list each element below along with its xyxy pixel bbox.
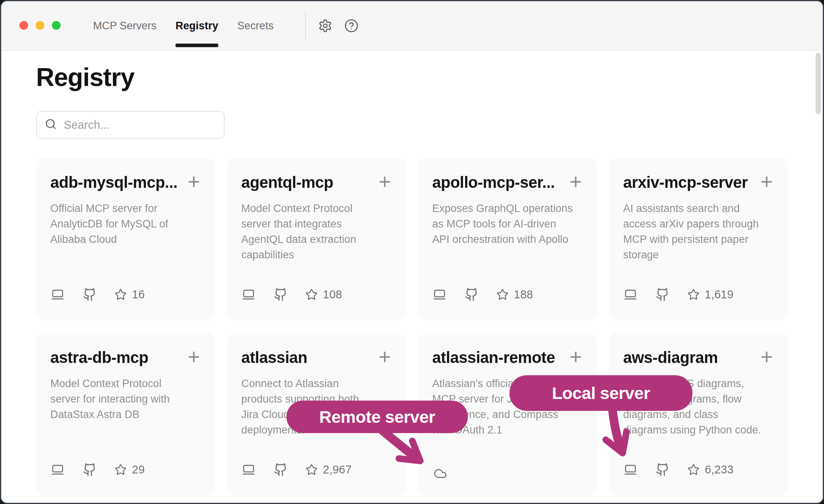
server-name: atlassian	[241, 349, 307, 367]
server-card: apollo-mcp-ser... + Exposes GraphQL oper…	[418, 158, 597, 321]
server-description: Generate AWS diagrams, sequence diagrams…	[623, 376, 774, 438]
star-icon	[496, 288, 509, 301]
star-count: 108	[323, 288, 342, 301]
close-button[interactable]	[19, 21, 28, 30]
toolbar-divider	[305, 11, 306, 41]
add-server-button[interactable]: +	[378, 174, 392, 189]
tab-registry[interactable]: Registry	[175, 20, 218, 32]
help-circle-icon	[344, 28, 359, 34]
server-description: AI assistants search and access arXiv pa…	[623, 201, 774, 263]
minimize-button[interactable]	[36, 21, 44, 30]
tab-mcp-servers[interactable]: MCP Servers	[93, 20, 156, 32]
laptop-icon	[50, 463, 65, 476]
server-card: arxiv-mcp-server + AI assistants search …	[609, 158, 788, 321]
server-card: aws-diagram + Generate AWS diagrams, seq…	[609, 333, 788, 496]
add-server-button[interactable]: +	[187, 174, 201, 189]
server-card: atlassian-remote + Atlassian's official …	[418, 333, 597, 496]
server-description: Official MCP server for AnalyticDB for M…	[50, 201, 201, 247]
github-icon	[83, 463, 97, 477]
laptop-icon	[241, 463, 256, 476]
server-name: atlassian-remote	[432, 349, 555, 367]
zoom-button[interactable]	[52, 21, 61, 30]
page-title: Registry	[36, 64, 823, 90]
laptop-icon	[432, 288, 447, 301]
star-count: 1,619	[705, 288, 734, 301]
registry-page: Registry adb-mysql-mcp... + Official MCP…	[1, 64, 823, 504]
add-server-button[interactable]: +	[378, 349, 392, 365]
server-card: agentql-mcp + Model Context Protocol ser…	[227, 158, 406, 321]
help-button[interactable]	[344, 19, 359, 34]
server-name: arxiv-mcp-server	[623, 174, 748, 191]
server-name: apollo-mcp-ser...	[432, 174, 555, 191]
add-server-button[interactable]: +	[759, 174, 774, 189]
star-count: 16	[132, 288, 145, 301]
server-name: adb-mysql-mcp...	[50, 174, 177, 191]
search-input[interactable]	[64, 118, 216, 132]
add-server-button[interactable]: +	[759, 349, 774, 365]
search-icon	[45, 118, 57, 132]
star-icon	[687, 288, 700, 301]
star-count: 6,233	[705, 463, 734, 476]
server-description: Exposes GraphQL operations as MCP tools …	[432, 201, 583, 247]
github-icon	[274, 463, 288, 477]
tab-secrets[interactable]: Secrets	[237, 20, 274, 32]
laptop-icon	[623, 463, 638, 476]
star-icon	[687, 464, 700, 476]
server-description: Model Context Protocol server that integ…	[241, 201, 392, 263]
traffic-lights	[19, 21, 61, 30]
star-icon	[305, 464, 318, 476]
tab-bar: MCP Servers Registry Secrets	[93, 1, 274, 51]
star-count: 2,967	[323, 463, 352, 476]
server-card: atlassian + Connect to Atlassian product…	[227, 333, 406, 496]
add-server-button[interactable]: +	[187, 349, 201, 365]
star-icon	[114, 464, 127, 476]
server-description: Connect to Atlassian products supporting…	[241, 376, 392, 438]
laptop-icon	[50, 288, 65, 301]
github-icon	[656, 463, 670, 477]
laptop-icon	[623, 288, 638, 301]
server-card: adb-mysql-mcp... + Official MCP server f…	[36, 158, 215, 321]
server-card: astra-db-mcp + Model Context Protocol se…	[36, 333, 215, 496]
app-window: MCP Servers Registry Secrets	[0, 0, 824, 504]
add-server-button[interactable]: +	[568, 174, 583, 189]
github-icon	[274, 288, 288, 302]
laptop-icon	[241, 288, 256, 301]
scrollbar-thumb[interactable]	[816, 53, 821, 114]
star-count: 29	[132, 463, 145, 476]
github-icon	[465, 288, 479, 302]
server-description: Atlassian's official remote MCP server f…	[432, 376, 583, 438]
github-icon	[656, 288, 670, 302]
gear-icon	[318, 28, 332, 34]
star-icon	[114, 288, 127, 301]
settings-button[interactable]	[318, 19, 333, 34]
star-icon	[305, 288, 318, 301]
server-description: Model Context Protocol server for intera…	[50, 376, 201, 422]
server-name: astra-db-mcp	[50, 349, 148, 367]
server-grid: adb-mysql-mcp... + Official MCP server f…	[36, 158, 788, 496]
star-count: 188	[514, 288, 533, 301]
titlebar: MCP Servers Registry Secrets	[1, 1, 823, 51]
search-box	[36, 111, 225, 139]
server-name: agentql-mcp	[241, 174, 333, 191]
github-icon	[83, 288, 97, 302]
server-name: aws-diagram	[623, 349, 718, 367]
cloud-icon	[432, 467, 448, 480]
add-server-button[interactable]: +	[568, 349, 583, 365]
